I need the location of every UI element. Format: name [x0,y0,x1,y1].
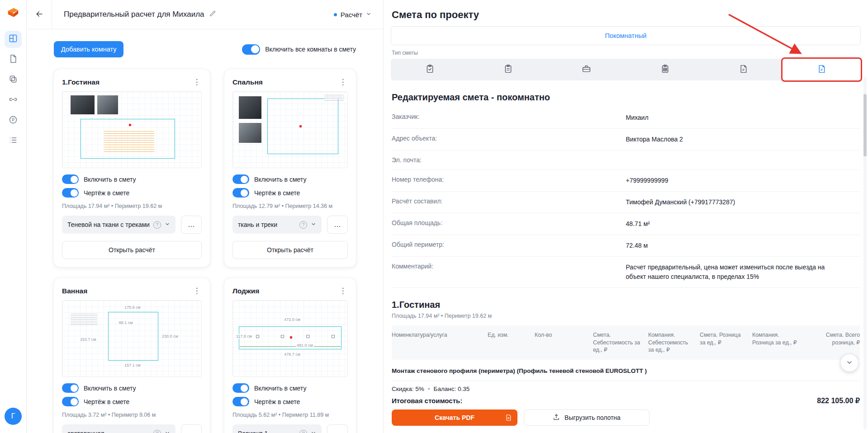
download-pdf-button[interactable]: Скачать PDF ₽ [392,409,517,426]
clipboard-table-icon [660,64,670,75]
field-row-comment: Комментарий: Расчет предварительный, цен… [392,257,860,288]
help-icon[interactable]: ? [153,221,161,229]
estimate-type-tab-editable[interactable]: ₽ [783,59,861,80]
drawing-photo [239,96,262,119]
room-menu-button[interactable]: ⋮ [338,286,348,296]
column-header: Смета. Себестоимость за ед., ₽ [593,331,648,354]
field-label: Общая площадь: [392,219,626,226]
discount-text: Скидка: 5% [392,386,424,392]
estimate-table-header: Номенклатура/услуга Ед. изм. Кол-во Смет… [392,325,860,360]
mode-dropdown[interactable]: Расчёт [334,10,383,19]
field-row-total-perimeter: Общий периметр: 72.48 м [392,235,860,257]
open-calculation-button[interactable]: Открыть расчёт [232,241,348,259]
sidebar-item-pricing[interactable]: ₽ [5,112,22,129]
more-actions-button[interactable]: … [327,216,348,234]
more-actions-button[interactable]: … [181,216,202,234]
help-icon[interactable]: ? [299,430,307,433]
project-title: Предварительный расчет для Михаила [64,10,204,19]
room-drawing [62,91,202,168]
include-in-estimate-toggle[interactable] [232,174,249,184]
estimate-type-tab-check[interactable] [391,59,469,80]
column-header: Смета. Розница за ед., ₽ [700,331,752,354]
room-card-gostinaya: 1.Гостиная ⋮ Включить в смету Чертёж в с… [54,69,210,267]
sidebar-item-estimates[interactable] [5,132,22,150]
help-icon[interactable]: ? [153,430,161,433]
drawing-in-estimate-toggle[interactable] [62,397,79,406]
field-label: Общий периметр: [392,241,626,248]
room-menu-button[interactable]: ⋮ [192,77,202,87]
more-actions-button[interactable]: … [327,424,348,433]
drawing-in-estimate-toggle[interactable] [232,188,249,198]
column-header: Ед. изм. [488,331,535,354]
help-icon[interactable]: ? [299,221,307,229]
drawing-hatch [104,131,154,151]
clipboard-check-icon [425,64,435,75]
drawing-in-estimate-toggle[interactable] [232,397,249,406]
field-label: Эл. почта: [392,156,626,164]
field-row-customer: Заказчик: Михаил [392,107,860,129]
ceiling-type-select[interactable]: Теневой на ткани с треками ? [62,216,175,234]
drawing-photo [239,123,262,143]
more-actions-button[interactable]: … [181,424,202,433]
back-button[interactable] [27,0,52,29]
drawing-mark [299,125,302,127]
field-label: Расчёт составил: [392,198,626,205]
add-room-button[interactable]: Добавить комнату [54,41,123,57]
drawing-plan [267,99,338,154]
sidebar-item-rooms[interactable] [5,31,22,48]
include-in-estimate-toggle[interactable] [62,174,79,184]
include-all-rooms-toggle[interactable] [242,44,260,55]
estimate-type-tab-list[interactable] [469,59,547,80]
grid-icon [9,34,18,45]
room-card-spalnya: Спальня ⋮ Включить в смету Чертёж в смет… [224,69,356,267]
export-canvas-button[interactable]: Выгрузить полотна [524,409,650,426]
ceiling-type-select[interactable]: ткань и треки ? [232,216,322,234]
svg-text:₽: ₽ [12,118,14,122]
estimate-table-row[interactable]: Монтаж стенового профиля (периметра) (Пр… [392,360,860,381]
include-in-estimate-toggle[interactable] [232,383,249,393]
estimate-type-tab-toolbox[interactable] [547,59,626,80]
chevron-down-icon [366,10,371,19]
drawing-photo [97,95,118,114]
field-row-email: Эл. почта: [392,151,860,170]
estimate-view-tabs[interactable]: Покомнатный [391,26,861,45]
scroll-down-button[interactable] [841,354,858,372]
estimate-room-title: 1.Гостиная [392,300,860,310]
include-in-estimate-toggle[interactable] [62,383,79,393]
room-drawing: 472.0 см 117.8 см 481.0 см 478.7 см [232,300,348,377]
estimate-section-title: Редактируемая смета - покомнатно [392,92,860,103]
estimate-panel: Смета по проекту Покомнатный Тип сметы ₽… [384,0,868,433]
room-card-vannaya: Ванная ⋮ 175.9 см 230.0 см 157.1 см 153.… [54,278,210,433]
drawing-in-estimate-toggle[interactable] [62,188,79,198]
sidebar-item-documents[interactable] [5,51,22,68]
chevron-down-icon [165,430,170,433]
user-avatar[interactable]: Г [5,408,22,425]
drawing-mark [306,335,309,338]
estimate-type-label: Тип сметы [392,50,860,56]
ceiling-type-select[interactable]: светованная ? [62,424,175,433]
open-calculation-button[interactable]: Открыть расчёт [62,241,202,259]
scrollbar-thumb[interactable] [863,94,867,156]
app: ₽ Г Предварительный расчет для Михаила Р… [0,0,868,433]
estimate-type-tab-document[interactable]: ₽ [704,59,783,80]
estimate-type-tab-table[interactable] [626,59,704,80]
room-menu-button[interactable]: ⋮ [338,77,348,87]
drawing-in-estimate-label: Чертёж в смете [254,398,300,405]
sidebar-item-links[interactable] [5,92,22,109]
toolbox-icon [582,64,591,75]
column-header: Компания. Розница за ед., ₽ [752,331,804,354]
sidebar-item-layers[interactable] [5,71,22,89]
room-name: Спальня [232,78,263,86]
field-label: Адрес объекта: [392,135,626,142]
room-meta: Площадь 5.62 м² • Периметр 11.89 м [232,412,348,418]
room-menu-button[interactable]: ⋮ [192,286,202,296]
field-row-address: Адрес объекта: Виктора Маслова 2 [392,129,860,151]
status-dot [334,13,337,16]
ceiling-type-select[interactable]: Вариант 1 ? [232,424,322,433]
project-panel: Предварительный расчет для Михаила Расчё… [27,0,384,433]
field-value: Михаил [626,113,860,122]
drawing-in-estimate-label: Чертёж в смете [84,189,129,197]
tab-by-room[interactable]: Покомнатный [605,32,647,39]
chevron-down-icon [165,221,170,228]
edit-pencil-icon[interactable] [209,10,216,19]
